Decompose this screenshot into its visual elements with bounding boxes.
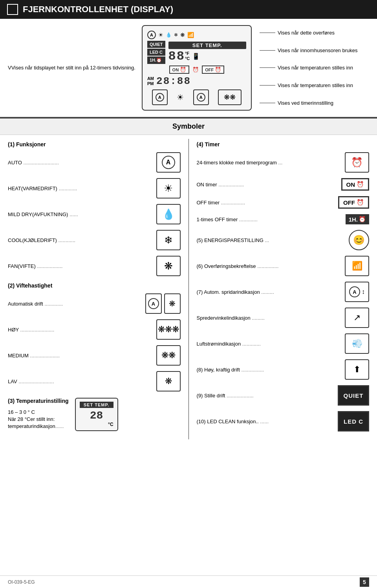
left-annotation-block: VVises når tidsplayet her stilt inn på 1… <box>8 25 142 111</box>
timer24-icon: ⏰ <box>351 157 363 168</box>
on-badge: ON ⏰ <box>169 66 190 74</box>
clock-middle-icon: ⏰ <box>192 67 199 73</box>
wifi-icon-box: 📶 <box>345 256 369 276</box>
lav-label: LAV ......................... <box>8 379 153 384</box>
page-title: FJERNKONTROLLENHET (DISPLAY) <box>23 4 173 15</box>
quiet-ledc-col: QUIET LED C 1H.⏰ <box>147 41 165 64</box>
fan-auto-icon: ❋ <box>169 299 176 308</box>
section1-title: (1) Funksjoner <box>8 141 181 147</box>
lav-row: LAV ......................... ❋ <box>8 371 181 391</box>
auto-drift-row: Automatisk drift ............. A ❋ <box>8 293 181 314</box>
auto-circle-icon: A <box>147 31 156 39</box>
quiet-mode-label: (9) Stille drift ................... <box>197 393 335 399</box>
spread-label: Spredervinkelindikasjon ......... <box>197 315 342 321</box>
set-temp-display-box: SET TEMP. 28 °C <box>75 398 118 431</box>
set-temp-bar: SET TEMP. <box>168 42 246 49</box>
auto-mode2-icon-box: A <box>193 89 209 105</box>
symboler-body: (1) Funksjoner AUTO ....................… <box>0 135 377 443</box>
wifi-top-icon: 📶 <box>187 32 194 38</box>
off-timer-icon-box: OFF ⏰ <box>338 196 369 209</box>
off-clock-icon: ⏰ <box>357 199 364 206</box>
heat-label: HEAT(VARMEDRIFT) ............. <box>8 186 153 191</box>
section4-title: (4) Timer <box>197 141 370 147</box>
quiet-mode-icon-box: QUIET <box>338 385 369 406</box>
ann-line-4 <box>260 85 275 86</box>
remote-display: A ☀ 💧 ❄ ❋ 📶 QUIET LED C 1H.⏰ SET TEMP. <box>142 25 252 111</box>
fan-speed-icon-box: ❋❋ <box>218 89 242 105</box>
symboler-right: (4) Timer 24-timers klokke med timerprog… <box>189 135 377 443</box>
medium-fan-icon: ❋❋ <box>161 350 176 360</box>
time-row: AM PM 28:88 <box>147 75 246 87</box>
sun-icon: ☀ <box>158 32 163 38</box>
set-temp-row: QUIET LED C 1H.⏰ SET TEMP. 88 °F °C 📱 <box>147 41 246 64</box>
quiet-badge: QUIET <box>147 41 165 48</box>
spread-angle-icon-box: ↗ <box>345 308 369 328</box>
low-fan-icon: ❋ <box>165 376 172 386</box>
section5-block: (5) ENERGISPARESTILLING ... 😊 <box>197 230 370 250</box>
highpower-row: (8) Høy, kraftig drift ................ … <box>197 359 370 380</box>
set-temp-display-bar: SET TEMP. <box>80 402 113 408</box>
drop-icon: 💧 <box>166 32 172 38</box>
energy-row: (5) ENERGISPARESTILLING ... 😊 <box>197 230 370 250</box>
on-timer-row: ON timer .................. ON ⏰ <box>197 178 370 191</box>
bottom-icon-row: A ☀ A ❋❋ <box>147 89 246 105</box>
sun-heat-icon: ☀ <box>164 182 173 195</box>
ann-line-2 <box>260 50 275 51</box>
section8-block: (8) Høy, kraftig drift ................ … <box>197 359 370 380</box>
quiet-mode-text: QUIET <box>344 392 364 399</box>
temp-digits: 88 <box>168 49 185 64</box>
on-clock-icon: ⏰ <box>357 181 364 188</box>
section7-block: (7) Autom. spridarindikasjon ......... A… <box>197 282 370 354</box>
display-box: A ☀ 💧 ❄ ❋ 📶 QUIET LED C 1H.⏰ SET TEMP. <box>142 25 252 111</box>
auto-spread-a-icon: A <box>349 286 360 297</box>
time-digits: 28:88 <box>156 75 191 87</box>
cool-row: COOL(KJØLEDRIFT) ............ ❄ <box>8 230 181 250</box>
timer24-icon-box: ⏰ <box>345 152 369 173</box>
set-temp-display-unit: °C <box>80 422 113 427</box>
auto-mode-icon-box: A <box>152 89 168 105</box>
fan-icon-box: ❋ <box>156 256 181 276</box>
mild-dry-icon-box: 💧 <box>156 204 181 224</box>
mild-dry-row: MILD DRY(AVFUKTNING) ...... 💧 <box>8 204 181 224</box>
ledc-icon-box: LED C <box>338 411 369 431</box>
highpower-label: (8) Høy, kraftig drift ................ <box>197 367 342 373</box>
section-indicator <box>7 4 18 15</box>
unit-f: °F <box>185 51 190 56</box>
auto-icon-box: A <box>156 152 181 173</box>
ann-row-3: Vises når temperaturen stilles inn <box>260 65 369 71</box>
energy-smiley-icon: 😊 <box>349 230 369 250</box>
heat-icon-box: ☀ <box>156 178 181 198</box>
autospread-label: (7) Autom. spridarindikasjon ......... <box>197 289 342 295</box>
display-section: VVises når tidsplayet her stilt inn på 1… <box>0 19 377 118</box>
page-header: FJERNKONTROLLENHET (DISPLAY) <box>0 0 377 19</box>
symboler-title: Symboler <box>172 122 205 130</box>
symboler-left: (1) Funksjoner AUTO ....................… <box>0 135 188 443</box>
on-label: ON <box>346 181 355 188</box>
auto-drift-a-icon: A <box>145 293 162 314</box>
unit-col: °F °C <box>185 51 190 61</box>
ann-row-4: Vises når temperaturen stilles inn <box>260 82 369 88</box>
ann-text-2: Vises når innomhusensoren brukes <box>278 47 358 53</box>
highpower-icon-box: ⬆ <box>345 359 369 380</box>
lav-icon-box: ❋ <box>156 371 181 391</box>
oneh-icon-box: 1H. ⏰ <box>346 214 369 224</box>
wifi-signal-icon: 📶 <box>352 261 362 271</box>
autospread-row: (7) Autom. spridarindikasjon ......... A… <box>197 282 370 302</box>
am-pm-col: AM PM <box>147 76 154 86</box>
ann-row-2: Vises når innomhusensoren brukes <box>260 47 369 53</box>
temp-display-col: SET TEMP. 88 °F °C 📱 <box>168 42 246 64</box>
snowflake-icon: ❄ <box>174 32 178 38</box>
mode-icons: A ☀ 💧 ❄ ❋ 📶 <box>147 31 194 39</box>
a-icon: A <box>148 298 159 309</box>
quiet-row: (9) Stille drift ................... QUI… <box>197 385 370 406</box>
auto-drift-label: Automatisk drift ............. <box>8 301 142 307</box>
medium-label: MEDIUM ..................... <box>8 353 153 359</box>
fan-row: FAN(VIFTE) .................. ❋ <box>8 256 181 276</box>
off-timer-label: OFF timer ................. <box>197 200 335 206</box>
digits-row: 88 °F °C 📱 <box>168 49 246 64</box>
auto-icon: A <box>156 93 164 102</box>
ann-line-3 <box>260 67 275 68</box>
off-timer-row: OFF timer ................. OFF ⏰ <box>197 196 370 209</box>
ann-row-5: Vises ved timerinnstilling <box>260 100 369 106</box>
highpower-icon: ⬆ <box>353 364 361 375</box>
